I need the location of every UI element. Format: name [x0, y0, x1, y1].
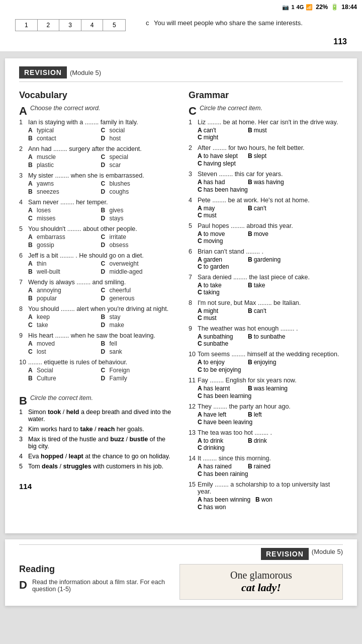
revision-module: (Module 5) — [70, 69, 101, 76]
cat-lady-text: One glamorous — [230, 570, 292, 581]
q-text: Jeff is a bit ........ . He should go on… — [28, 252, 173, 259]
opt: Dsank — [101, 348, 174, 355]
q-body: Sam never ........ her temper. Aloses Bg… — [28, 199, 173, 222]
q-body: You should ........ alert when you're dr… — [28, 305, 173, 329]
opt: Ayawns — [28, 180, 101, 187]
opt: Aloses — [28, 207, 101, 214]
page-number-113: 113 — [15, 37, 347, 46]
section-c-questions: 1 Liz ........ be at home. Her car isn't… — [189, 119, 343, 511]
g-opts: Chas been having — [198, 186, 343, 193]
cell-5: 5 — [103, 20, 125, 31]
revision-badge: REVISION — [19, 66, 67, 78]
opt: Dmiddle-aged — [101, 268, 174, 275]
q-body: Pete ........ be at work. He's not at ho… — [198, 197, 343, 219]
g-opts: Acan't Bmust Cmight — [198, 127, 343, 141]
opt: Ato enjoy — [198, 359, 243, 366]
reading-instruction: Read the information about a film star. … — [32, 579, 171, 593]
q-body: You shouldn't ........ about other peopl… — [28, 225, 173, 249]
q-a-7: 7 Wendy is always ........ and smiling. … — [19, 279, 173, 302]
signal-bars: 📶 — [306, 4, 313, 11]
q-c-12: 12 They ........ the party an hour ago. … — [189, 403, 343, 426]
q-body: Jeff is a bit ........ . He should go on… — [28, 252, 173, 275]
opt: Chas been having — [198, 186, 248, 193]
b-text: Max is tired of the hustle and buzz / bu… — [28, 436, 173, 450]
opt: Ctake — [28, 321, 101, 329]
q-c-4: 4 Pete ........ be at work. He's not at … — [189, 197, 343, 219]
vocabulary-column: Vocabulary A Choose the correct word. 1 … — [19, 90, 173, 523]
network-icon: 4G — [297, 4, 304, 10]
cat-lady-bold: cat lady! — [241, 581, 281, 594]
q-c-11: 11 Fay ........ English for six years no… — [189, 377, 343, 399]
q-num: 5 — [19, 225, 28, 232]
opt: Dcoughs — [101, 188, 174, 195]
opt: Agarden — [198, 256, 243, 263]
q-body: Liz ........ be at home. Her car isn't i… — [198, 119, 343, 141]
b-num: 2 — [19, 426, 26, 433]
opt: DFamily — [101, 375, 174, 382]
camera-icon: 📷 — [282, 4, 289, 11]
battery-icon: 🔋 — [331, 4, 338, 11]
q-num: 7 — [19, 279, 28, 286]
q-body: Tom seems ........ himself at the weddin… — [198, 351, 343, 373]
q-text: Fay ........ English for six years now. — [198, 377, 343, 384]
section-b-questions: 1 Simon took / held a deep breath and di… — [19, 409, 173, 470]
opt: Cspecial — [101, 153, 174, 160]
g-opts: Chave been leaving — [198, 419, 343, 426]
q-options: Amuscle Cspecial Bplastic Dscar — [28, 153, 173, 169]
q-text: Liz ........ be at home. Her car isn't i… — [198, 119, 343, 126]
opt: Ato drink — [198, 437, 243, 444]
opt: Bgardening — [248, 256, 293, 263]
q-options: Atypical Csocial Bcontact Dhost — [28, 127, 173, 142]
q-num: 9 — [19, 332, 28, 339]
q-c-6: 6 Brian can't stand ........ . Agarden B… — [189, 248, 343, 270]
q-num: 7 — [189, 274, 198, 281]
vocabulary-title: Vocabulary — [19, 90, 173, 101]
q-c-8: 8 I'm not sure, but Max ........ be Ital… — [189, 299, 343, 321]
opt: Bgives — [101, 207, 174, 214]
q-body: Sara denied ........ the last piece of c… — [198, 274, 343, 296]
cell-2: 2 — [38, 20, 60, 31]
q-a-3: 3 My sister ........ when she is embarra… — [19, 172, 173, 195]
opt: Bfell — [101, 340, 174, 347]
reading-title: Reading — [19, 564, 171, 575]
g-opts: Chas been raining — [198, 470, 343, 477]
section-b-instruction: Circle the correct item. — [30, 394, 93, 401]
q-text: The weather was hot enough ........ . — [198, 325, 343, 332]
opt: Ahave left — [198, 411, 243, 418]
opt: Cdrinking — [198, 444, 243, 451]
q-body: Steven ........ this car for years. Ahas… — [198, 171, 343, 193]
opt: Bstay — [101, 313, 174, 320]
q-num: 4 — [19, 199, 28, 206]
q-body: The weather was hot enough ........ . As… — [198, 325, 343, 347]
b-item-5: 5 Tom deals / struggles with customers i… — [19, 463, 173, 470]
q-text: My sister ........ when she is embarrass… — [28, 172, 173, 179]
q-body: Brian can't stand ........ . Agarden Bga… — [198, 248, 343, 270]
cat-lady-box: One glamorous cat lady! — [179, 564, 343, 600]
section-c-instruction: Circle the correct item. — [200, 105, 262, 112]
q-text: The tea was too hot ........ . — [198, 429, 343, 436]
opt: Bto sunbathe — [248, 333, 293, 340]
q-num: 2 — [19, 145, 28, 152]
q-a-2: 2 Ann had ........ surgery after the acc… — [19, 145, 173, 169]
q-text: Emily ........ a scholarship to a top un… — [198, 481, 343, 495]
b-item-4: 4 Eva hopped / leapt at the chance to go… — [19, 453, 173, 460]
opt: CForeign — [101, 367, 174, 374]
opt: Ato have slept — [198, 152, 243, 159]
q-num: 1 — [19, 119, 28, 126]
q-c-7: 7 Sara denied ........ the last piece of… — [189, 274, 343, 296]
opt: Brained — [248, 463, 293, 470]
q-a-1: 1 Ian is staying with a ........ family … — [19, 119, 173, 142]
bottom-fragment: REVISION (Module 5) Reading D Read the i… — [5, 539, 357, 606]
q-num: 4 — [189, 197, 198, 204]
q-num: 10 — [189, 351, 198, 358]
revision-header: REVISION (Module 5) — [19, 66, 343, 82]
letter-b: B — [19, 395, 27, 407]
opt: Atypical — [28, 127, 101, 134]
q-body: Ian is staying with a ........ family in… — [28, 119, 173, 142]
g-opts: Cto be enjoying — [198, 366, 343, 373]
opt: Csunbathe — [198, 340, 243, 347]
b-text: Kim works hard to take / reach her goals… — [28, 426, 144, 433]
grammar-title: Grammar — [189, 90, 343, 101]
g-opts: Ahas been winning Bwon — [198, 496, 343, 503]
g-opts: Ahas rained Brained — [198, 463, 343, 470]
